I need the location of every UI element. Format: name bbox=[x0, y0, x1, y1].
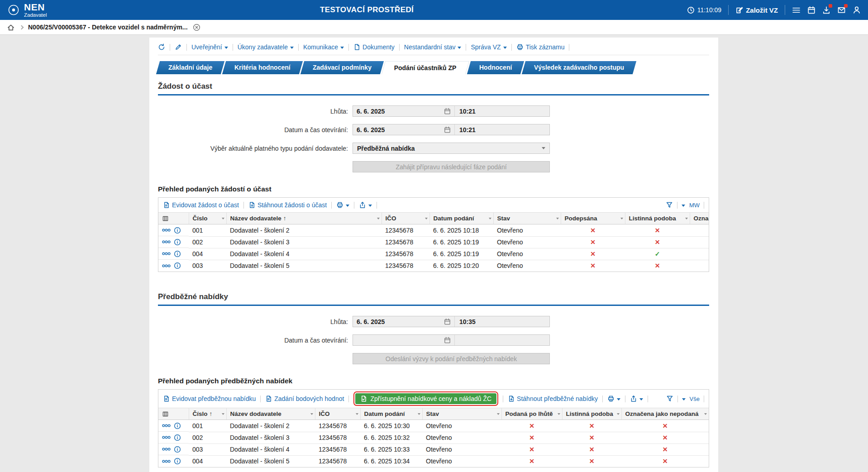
filter-caret-icon[interactable] bbox=[558, 413, 560, 415]
calendar-icon[interactable] bbox=[444, 108, 451, 114]
col-header-ico[interactable]: IČO bbox=[315, 408, 360, 420]
stahnout-zadosti-button[interactable]: Stáhnout žádosti o účast bbox=[248, 201, 327, 209]
info-icon[interactable] bbox=[174, 250, 181, 257]
typ-podani-select[interactable]: Předběžná nabídka bbox=[353, 143, 550, 154]
filter-caret-icon[interactable] bbox=[425, 218, 428, 219]
lhuta-datetime-field[interactable]: 6. 6. 2025 10:21 bbox=[353, 105, 550, 117]
filter-caret-icon[interactable] bbox=[704, 413, 707, 415]
row-menu-icon[interactable] bbox=[162, 252, 171, 255]
filter-button[interactable] bbox=[666, 201, 673, 209]
evidovat-nabidku-button[interactable]: Evidovat předběžnou nabídku bbox=[163, 395, 256, 402]
messages-button[interactable] bbox=[837, 6, 846, 14]
menu-nestandardni-stav[interactable]: Nestandardní stav bbox=[404, 43, 462, 51]
filter-caret-icon[interactable] bbox=[377, 218, 380, 219]
tab-vysledek[interactable]: Výsledek zadávacího postupu bbox=[522, 61, 636, 74]
filter-caret-icon[interactable] bbox=[310, 413, 313, 415]
menu-dokumenty[interactable]: Dokumenty bbox=[353, 43, 395, 51]
tab-zakladni-udaje[interactable]: Základní údaje bbox=[156, 61, 225, 74]
info-icon[interactable] bbox=[174, 422, 181, 429]
downloads-button[interactable] bbox=[822, 6, 830, 14]
info-icon[interactable] bbox=[174, 434, 181, 441]
row-menu-icon[interactable] bbox=[162, 264, 171, 267]
export-table-button[interactable] bbox=[630, 395, 643, 402]
col-header-nazev[interactable]: Název dodavatele bbox=[226, 408, 315, 420]
menu-komunikace[interactable]: Komunikace bbox=[303, 43, 344, 51]
col-header-listinna[interactable]: Listinná podoba bbox=[562, 408, 621, 420]
filter-caret-icon[interactable] bbox=[356, 413, 358, 415]
col-header-ico[interactable]: IČO bbox=[382, 213, 429, 224]
calendar-icon[interactable] bbox=[444, 337, 451, 343]
evidovat-zadost-button[interactable]: Evidovat žádost o účast bbox=[163, 201, 239, 209]
otevirani-datetime-field[interactable]: 6. 6. 2025 10:21 bbox=[353, 124, 550, 135]
filter-caret-icon[interactable] bbox=[617, 413, 620, 415]
col-header-oznacena[interactable]: Označena jako nepodaná bbox=[621, 408, 709, 420]
col-header-nazev[interactable]: Název dodavatele↑ bbox=[226, 213, 382, 224]
tab-hodnoceni[interactable]: Hodnocení bbox=[467, 61, 524, 74]
chevron-down-icon[interactable] bbox=[682, 398, 686, 400]
info-icon[interactable] bbox=[174, 458, 181, 465]
profile-button[interactable] bbox=[853, 6, 861, 14]
menu-ukony-zadavatele[interactable]: Úkony zadavatele bbox=[238, 43, 294, 51]
view-preset-label[interactable]: Vše bbox=[690, 396, 700, 402]
filter-caret-icon[interactable] bbox=[497, 413, 500, 415]
nabidky-table-scroll[interactable]: Číslo↑ Název dodavatele IČO Datum podání… bbox=[158, 408, 709, 467]
breadcrumb-record[interactable]: N006/25/V00005367 - Detekce vozidel s na… bbox=[28, 24, 188, 31]
menu-uverejneni[interactable]: Uveřejnění bbox=[191, 43, 228, 51]
print-table-button[interactable] bbox=[336, 201, 349, 209]
chevron-down-icon[interactable] bbox=[682, 205, 685, 207]
zadani-bodovych-hodnot-button[interactable]: Zadání bodových hodnot bbox=[265, 395, 344, 402]
row-menu-icon[interactable] bbox=[162, 229, 171, 232]
row-menu-icon[interactable] bbox=[162, 240, 171, 243]
filter-caret-icon[interactable] bbox=[222, 218, 224, 219]
row-menu-icon[interactable] bbox=[162, 436, 171, 439]
export-table-button[interactable] bbox=[359, 201, 372, 209]
info-icon[interactable] bbox=[174, 227, 181, 234]
zahajit-fazi-button[interactable]: Zahájit přípravu následující fáze podání bbox=[353, 161, 550, 172]
col-header-datum[interactable]: Datum podání bbox=[429, 213, 493, 224]
row-menu-icon[interactable] bbox=[162, 448, 171, 451]
col-header-podepsana[interactable]: Podepsána bbox=[561, 213, 625, 224]
tab-kriteria-hodnoceni[interactable]: Kritéria hodnocení bbox=[222, 61, 303, 74]
edit-button[interactable] bbox=[175, 43, 182, 51]
calendar-button[interactable] bbox=[807, 6, 816, 14]
close-record-button[interactable] bbox=[193, 24, 200, 31]
col-header-listinna[interactable]: Listinná podoba bbox=[625, 213, 690, 224]
refresh-button[interactable] bbox=[158, 43, 165, 51]
nen-logo[interactable]: NEN Zadavatel bbox=[7, 2, 47, 18]
menu-tisk-zaznamu[interactable]: Tisk záznamu bbox=[516, 43, 565, 51]
print-table-button[interactable] bbox=[607, 395, 620, 402]
filter-caret-icon[interactable] bbox=[620, 218, 623, 219]
filter-caret-icon[interactable] bbox=[556, 218, 559, 219]
tab-zadavaci-podminky[interactable]: Zadávací podmínky bbox=[300, 61, 384, 74]
zpristupneni-ceny-button[interactable]: Zpřístupnění nabídkové ceny a nákladů ŽC bbox=[355, 393, 496, 404]
row-menu-icon[interactable] bbox=[162, 424, 171, 427]
col-header-stav[interactable]: Stav bbox=[422, 408, 501, 420]
calendar-icon[interactable] bbox=[444, 318, 451, 325]
col-header-cislo[interactable]: Číslo↑ bbox=[189, 408, 226, 420]
info-icon[interactable] bbox=[174, 446, 181, 453]
filter-caret-icon[interactable] bbox=[685, 218, 688, 219]
filter-caret-icon[interactable] bbox=[489, 218, 491, 219]
zadosti-table-scroll[interactable]: Číslo Název dodavatele↑ IČO Datum podání… bbox=[158, 213, 709, 272]
info-icon[interactable] bbox=[174, 262, 181, 269]
info-icon[interactable] bbox=[174, 238, 181, 246]
col-header-stav[interactable]: Stav bbox=[493, 213, 561, 224]
filter-caret-icon[interactable] bbox=[418, 413, 420, 415]
home-button[interactable] bbox=[7, 24, 15, 31]
stahnout-nabidky-button[interactable]: Stáhnout předběžné nabídky bbox=[508, 395, 598, 402]
col-header-datum[interactable]: Datum podání bbox=[360, 408, 422, 420]
filter-caret-icon[interactable] bbox=[222, 413, 224, 415]
menu-sprava-vz[interactable]: Správa VZ bbox=[471, 43, 506, 51]
filter-button[interactable] bbox=[666, 395, 673, 402]
col-header-actions[interactable] bbox=[158, 213, 189, 224]
odeslani-vyzvy-button[interactable]: Odeslání výzvy k podání předběžných nabí… bbox=[353, 353, 550, 364]
tab-podani-ucastniku-zp[interactable]: Podání účastníků ZP bbox=[382, 61, 469, 74]
col-header-oznacena[interactable]: Označena jako nepodaná bbox=[690, 213, 709, 224]
col-header-cislo[interactable]: Číslo bbox=[189, 213, 226, 224]
col-header-actions[interactable] bbox=[158, 408, 189, 420]
calendar-icon[interactable] bbox=[444, 126, 451, 133]
row-menu-icon[interactable] bbox=[162, 460, 171, 463]
view-preset-label[interactable]: MW bbox=[689, 202, 700, 209]
lhuta-nabidky-datetime-field[interactable]: 6. 6. 2025 10:35 bbox=[353, 316, 550, 327]
col-header-po-lhute[interactable]: Podaná po lhůtě bbox=[501, 408, 562, 420]
